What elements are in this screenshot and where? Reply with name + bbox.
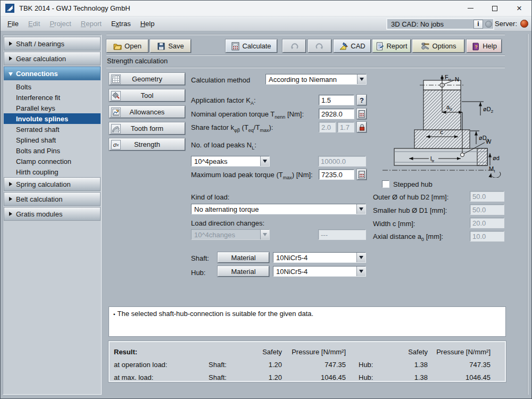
calculate-button[interactable]: Calculate	[226, 39, 277, 53]
status-message-box: ▪The selected shaft-hub-connection is su…	[109, 306, 506, 337]
sidebar-header-spring-calculation[interactable]: Spring calculation	[4, 177, 101, 191]
load-direction-value-field: ---	[318, 229, 366, 240]
collapsed-arrow-icon	[9, 182, 12, 186]
result-title: Result:	[114, 345, 209, 358]
sidebar-item-hirth-coupling[interactable]: Hirth coupling	[4, 167, 101, 177]
outer-hub-diameter-field: 50.0	[470, 191, 504, 202]
svg-text:ød: ød	[493, 155, 500, 161]
minimize-button[interactable]	[458, 1, 483, 16]
calculation-method-dropdown[interactable]: According to Niemann	[265, 74, 367, 85]
menu-report: Report	[76, 20, 106, 28]
close-button[interactable]: ×	[507, 1, 531, 16]
tool-button[interactable]: Tool	[109, 89, 185, 102]
collapsed-arrow-icon	[9, 197, 12, 201]
menu-extras[interactable]: Extras	[106, 20, 136, 28]
options-button[interactable]: Options	[412, 39, 464, 53]
nominal-torque-label: Nominal operation torque Tnenn [Nm]:	[191, 110, 304, 120]
sidebar-header-gratis-modules[interactable]: Gratis modules	[4, 207, 101, 221]
save-button[interactable]: Save	[150, 39, 191, 53]
lock-icon	[359, 123, 365, 131]
geometry-grid-icon	[111, 74, 121, 84]
maximize-button[interactable]	[483, 1, 507, 16]
open-folder-icon	[113, 42, 122, 51]
dropdown-arrow-icon	[260, 156, 269, 166]
redo-icon	[315, 43, 324, 50]
max-torque-calculator-button[interactable]	[357, 169, 367, 180]
cad-status-text: 3D CAD: No jobs	[391, 20, 444, 28]
titlebar: TBK 2014 - GWJ Technology GmbH ×	[1, 1, 531, 16]
stepped-hub-label: Stepped hub	[393, 180, 433, 188]
result-part-label: Shaft:	[209, 371, 260, 384]
svg-text:W: W	[486, 138, 492, 145]
svg-text:?: ?	[475, 44, 478, 49]
nominal-torque-calculator-button[interactable]	[357, 109, 367, 119]
sidebar-item-bolts[interactable]: Bolts	[4, 81, 101, 92]
shaft-material-button[interactable]: Material	[218, 252, 269, 263]
cad-button[interactable]: CAD	[334, 39, 371, 53]
allowances-button[interactable]: Allowances	[109, 106, 185, 118]
geometry-button[interactable]: Geometry	[109, 73, 185, 85]
sidebar-header-belt-calculation[interactable]: Belt calculation	[4, 192, 101, 206]
sidebar: Shaft / bearings Gear calculation Connec…	[3, 35, 102, 395]
share-factor-lock-button[interactable]	[357, 122, 367, 132]
calculator-icon	[359, 171, 365, 178]
application-factor-help-button[interactable]: ?	[357, 95, 367, 105]
svg-text:Mt: Mt	[489, 165, 495, 173]
result-value: 1046.45	[284, 371, 348, 384]
redo-button	[308, 39, 331, 53]
server-label: Server:	[495, 20, 517, 28]
axial-distance-label: Axial distance a0 [mm]:	[373, 232, 443, 242]
pressure-column-header: Pressure [N/mm²]	[430, 345, 493, 358]
hub-material-button[interactable]: Material	[218, 266, 269, 277]
sidebar-item-parallel-keys[interactable]: Parallel keys	[4, 103, 101, 113]
tool-gear-icon	[111, 91, 121, 101]
hub-material-dropdown[interactable]: 10NiCr5-4	[273, 266, 366, 277]
collapsed-arrow-icon	[9, 56, 12, 61]
load-direction-dropdown: 10^4changes	[191, 229, 270, 240]
max-torque-input[interactable]: 7235.0	[319, 169, 354, 180]
open-button[interactable]: Open	[106, 39, 148, 53]
stepped-hub-checkbox[interactable]	[382, 180, 389, 188]
shaft-material-dropdown[interactable]: 10NiCr5-4	[273, 252, 366, 263]
sidebar-header-gear-calculation[interactable]: Gear calculation	[4, 52, 101, 65]
result-value: 1.38	[390, 358, 430, 371]
sidebar-item-interference-fit[interactable]: Interference fit	[4, 92, 101, 103]
result-row-label: at max. load:	[114, 371, 209, 384]
menubar: File Edit Project Report Extras Help 3D …	[1, 16, 531, 31]
tooth-form-button[interactable]: Tooth form	[109, 122, 185, 135]
expanded-arrow-icon	[9, 72, 13, 76]
nominal-torque-input[interactable]: 2928.0	[319, 109, 354, 119]
menu-help[interactable]: Help	[136, 20, 160, 28]
section-title: Strength calculation	[107, 57, 168, 65]
kind-of-load-dropdown[interactable]: No alternating torque	[191, 204, 366, 214]
status-message-text: The selected shaft-hub-connection is sui…	[118, 310, 314, 318]
spline-connection-diagram: Fu N a0 øD2 c øD1 W ltr	[378, 74, 506, 178]
sidebar-item-bolts-and-pins[interactable]: Bolts and Pins	[4, 145, 101, 156]
sidebar-header-shaft-bearings[interactable]: Shaft / bearings	[4, 37, 101, 51]
close-icon: ×	[517, 4, 522, 13]
sidebar-header-connections[interactable]: Connections	[4, 66, 101, 80]
result-part-label: Hub:	[348, 371, 390, 384]
info-button[interactable]: i	[473, 20, 483, 29]
load-peaks-dropdown[interactable]: 10^4peaks	[191, 156, 270, 167]
strength-button[interactable]: σx Strength	[109, 138, 185, 151]
axial-distance-field: 10.0	[470, 231, 504, 242]
hub-label: Hub:	[191, 269, 205, 277]
svg-text:c: c	[440, 129, 443, 135]
sidebar-item-involute-splines[interactable]: Involute splines	[4, 113, 101, 124]
tooth-form-gear-icon	[111, 124, 121, 134]
application-factor-label: Application factor KA:	[191, 96, 256, 106]
load-peaks-label: No. of load peaks NL:	[191, 141, 256, 151]
help-button[interactable]: ? Help	[467, 39, 502, 53]
allowances-chart-icon	[111, 107, 121, 117]
outer-hub-diameter-label: Outer Ø of hub D2 [mm]:	[373, 193, 448, 203]
application-factor-input[interactable]: 1.5	[319, 95, 354, 105]
report-button[interactable]: Report	[372, 39, 411, 53]
calculator-icon	[231, 42, 239, 51]
sidebar-item-clamp-connection[interactable]: Clamp connection	[4, 156, 101, 167]
collapsed-arrow-icon	[9, 212, 12, 216]
menu-file[interactable]: File	[3, 20, 23, 28]
sidebar-item-splined-shaft[interactable]: Splined shaft	[4, 135, 101, 145]
sidebar-item-serrated-shaft[interactable]: Serrated shaft	[4, 124, 101, 135]
divider	[106, 34, 505, 35]
